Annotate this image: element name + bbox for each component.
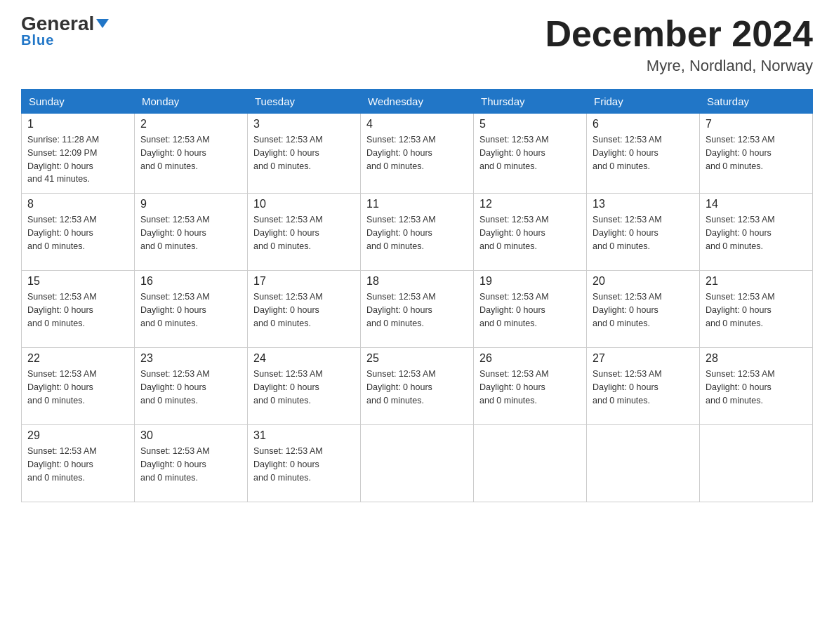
day-number: 4 bbox=[366, 118, 468, 130]
table-row: 18Sunset: 12:53 AM Daylight: 0 hours and… bbox=[361, 271, 474, 348]
table-row: 6Sunset: 12:53 AM Daylight: 0 hours and … bbox=[587, 114, 700, 194]
day-info: Sunset: 12:53 AM Daylight: 0 hours and 0… bbox=[27, 368, 128, 407]
day-info: Sunset: 12:53 AM Daylight: 0 hours and 0… bbox=[593, 368, 694, 407]
day-info: Sunset: 12:53 AM Daylight: 0 hours and 0… bbox=[140, 290, 241, 330]
day-info: Sunset: 12:53 AM Daylight: 0 hours and 0… bbox=[140, 445, 241, 484]
page-header: General Blue December 2024 Myre, Nordlan… bbox=[21, 14, 813, 75]
calendar-week-row: 22Sunset: 12:53 AM Daylight: 0 hours and… bbox=[22, 348, 813, 425]
table-row: 11Sunset: 12:53 AM Daylight: 0 hours and… bbox=[361, 194, 474, 271]
table-row: 19Sunset: 12:53 AM Daylight: 0 hours and… bbox=[474, 271, 587, 348]
logo: General Blue bbox=[21, 14, 109, 48]
day-info: Sunset: 12:53 AM Daylight: 0 hours and 0… bbox=[479, 133, 581, 173]
table-row: 8Sunset: 12:53 AM Daylight: 0 hours and … bbox=[22, 194, 135, 271]
table-row: 28Sunset: 12:53 AM Daylight: 0 hours and… bbox=[700, 348, 813, 425]
table-row: 22Sunset: 12:53 AM Daylight: 0 hours and… bbox=[22, 348, 135, 425]
table-row: 30Sunset: 12:53 AM Daylight: 0 hours and… bbox=[135, 425, 248, 502]
header-monday: Monday bbox=[135, 90, 248, 114]
header-saturday: Saturday bbox=[700, 90, 813, 114]
table-row: 23Sunset: 12:53 AM Daylight: 0 hours and… bbox=[135, 348, 248, 425]
day-number: 11 bbox=[366, 198, 468, 210]
day-number: 6 bbox=[593, 118, 694, 130]
day-number: 5 bbox=[479, 118, 581, 130]
table-row: 10Sunset: 12:53 AM Daylight: 0 hours and… bbox=[248, 194, 361, 271]
calendar-week-row: 1Sunrise: 11:28 AM Sunset: 12:09 PM Dayl… bbox=[22, 114, 813, 194]
day-number: 21 bbox=[706, 275, 807, 288]
table-row bbox=[361, 425, 474, 502]
day-info: Sunset: 12:53 AM Daylight: 0 hours and 0… bbox=[706, 213, 807, 253]
day-number: 1 bbox=[27, 118, 128, 130]
day-info: Sunset: 12:53 AM Daylight: 0 hours and 0… bbox=[253, 290, 355, 330]
day-info: Sunset: 12:53 AM Daylight: 0 hours and 0… bbox=[366, 368, 468, 407]
day-info: Sunset: 12:53 AM Daylight: 0 hours and 0… bbox=[479, 290, 581, 330]
day-number: 15 bbox=[27, 275, 128, 288]
header-wednesday: Wednesday bbox=[361, 90, 474, 114]
table-row: 15Sunset: 12:53 AM Daylight: 0 hours and… bbox=[22, 271, 135, 348]
day-number: 25 bbox=[366, 352, 468, 365]
table-row: 14Sunset: 12:53 AM Daylight: 0 hours and… bbox=[700, 194, 813, 271]
title-area: December 2024 Myre, Nordland, Norway bbox=[545, 14, 813, 75]
table-row: 27Sunset: 12:53 AM Daylight: 0 hours and… bbox=[587, 348, 700, 425]
table-row: 24Sunset: 12:53 AM Daylight: 0 hours and… bbox=[248, 348, 361, 425]
table-row: 29Sunset: 12:53 AM Daylight: 0 hours and… bbox=[22, 425, 135, 502]
day-info: Sunset: 12:53 AM Daylight: 0 hours and 0… bbox=[253, 445, 355, 484]
table-row: 26Sunset: 12:53 AM Daylight: 0 hours and… bbox=[474, 348, 587, 425]
day-number: 14 bbox=[706, 198, 807, 210]
day-info: Sunset: 12:53 AM Daylight: 0 hours and 0… bbox=[479, 368, 581, 407]
table-row: 25Sunset: 12:53 AM Daylight: 0 hours and… bbox=[361, 348, 474, 425]
day-info: Sunset: 12:53 AM Daylight: 0 hours and 0… bbox=[27, 445, 128, 484]
day-info: Sunset: 12:53 AM Daylight: 0 hours and 0… bbox=[593, 290, 694, 330]
table-row bbox=[587, 425, 700, 502]
calendar-header-row: Sunday Monday Tuesday Wednesday Thursday… bbox=[22, 90, 813, 114]
table-row: 17Sunset: 12:53 AM Daylight: 0 hours and… bbox=[248, 271, 361, 348]
day-number: 24 bbox=[253, 352, 355, 365]
day-number: 27 bbox=[593, 352, 694, 365]
day-number: 28 bbox=[706, 352, 807, 365]
day-info: Sunset: 12:53 AM Daylight: 0 hours and 0… bbox=[366, 290, 468, 330]
table-row: 2Sunset: 12:53 AM Daylight: 0 hours and … bbox=[135, 114, 248, 194]
day-number: 10 bbox=[253, 198, 355, 210]
day-info: Sunset: 12:53 AM Daylight: 0 hours and 0… bbox=[593, 213, 694, 253]
table-row: 3Sunset: 12:53 AM Daylight: 0 hours and … bbox=[248, 114, 361, 194]
day-info: Sunset: 12:53 AM Daylight: 0 hours and 0… bbox=[706, 133, 807, 173]
day-number: 7 bbox=[706, 118, 807, 130]
day-info: Sunset: 12:53 AM Daylight: 0 hours and 0… bbox=[366, 213, 468, 253]
day-info: Sunrise: 11:28 AM Sunset: 12:09 PM Dayli… bbox=[27, 133, 128, 186]
header-friday: Friday bbox=[587, 90, 700, 114]
day-number: 8 bbox=[27, 198, 128, 210]
table-row: 5Sunset: 12:53 AM Daylight: 0 hours and … bbox=[474, 114, 587, 194]
day-number: 26 bbox=[479, 352, 581, 365]
table-row: 21Sunset: 12:53 AM Daylight: 0 hours and… bbox=[700, 271, 813, 348]
day-number: 29 bbox=[27, 429, 128, 442]
table-row: 16Sunset: 12:53 AM Daylight: 0 hours and… bbox=[135, 271, 248, 348]
table-row: 13Sunset: 12:53 AM Daylight: 0 hours and… bbox=[587, 194, 700, 271]
month-year-title: December 2024 bbox=[545, 14, 813, 54]
day-number: 23 bbox=[140, 352, 241, 365]
day-number: 12 bbox=[479, 198, 581, 210]
day-info: Sunset: 12:53 AM Daylight: 0 hours and 0… bbox=[366, 133, 468, 173]
day-number: 9 bbox=[140, 198, 241, 210]
day-info: Sunset: 12:53 AM Daylight: 0 hours and 0… bbox=[253, 133, 355, 173]
day-number: 22 bbox=[27, 352, 128, 365]
day-number: 20 bbox=[593, 275, 694, 288]
day-info: Sunset: 12:53 AM Daylight: 0 hours and 0… bbox=[706, 290, 807, 330]
header-tuesday: Tuesday bbox=[248, 90, 361, 114]
day-info: Sunset: 12:53 AM Daylight: 0 hours and 0… bbox=[27, 290, 128, 330]
table-row: 20Sunset: 12:53 AM Daylight: 0 hours and… bbox=[587, 271, 700, 348]
calendar-week-row: 29Sunset: 12:53 AM Daylight: 0 hours and… bbox=[22, 425, 813, 502]
calendar-week-row: 8Sunset: 12:53 AM Daylight: 0 hours and … bbox=[22, 194, 813, 271]
logo-blue: Blue bbox=[21, 32, 54, 48]
day-number: 2 bbox=[140, 118, 241, 130]
table-row: 12Sunset: 12:53 AM Daylight: 0 hours and… bbox=[474, 194, 587, 271]
day-info: Sunset: 12:53 AM Daylight: 0 hours and 0… bbox=[27, 213, 128, 253]
table-row: 9Sunset: 12:53 AM Daylight: 0 hours and … bbox=[135, 194, 248, 271]
day-info: Sunset: 12:53 AM Daylight: 0 hours and 0… bbox=[253, 213, 355, 253]
header-thursday: Thursday bbox=[474, 90, 587, 114]
day-info: Sunset: 12:53 AM Daylight: 0 hours and 0… bbox=[140, 213, 241, 253]
table-row: 31Sunset: 12:53 AM Daylight: 0 hours and… bbox=[248, 425, 361, 502]
calendar-table: Sunday Monday Tuesday Wednesday Thursday… bbox=[21, 89, 813, 502]
day-number: 31 bbox=[253, 429, 355, 442]
table-row bbox=[700, 425, 813, 502]
day-number: 30 bbox=[140, 429, 241, 442]
table-row: 4Sunset: 12:53 AM Daylight: 0 hours and … bbox=[361, 114, 474, 194]
location-subtitle: Myre, Nordland, Norway bbox=[545, 57, 813, 75]
